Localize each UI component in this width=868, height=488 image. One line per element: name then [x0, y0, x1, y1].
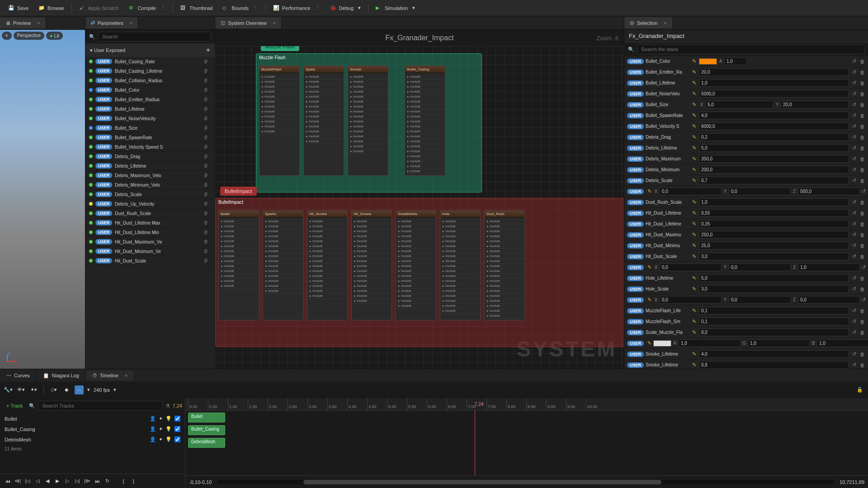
timeline-clip[interactable]: DebrisMesh — [188, 438, 225, 448]
value-input[interactable] — [699, 68, 849, 76]
reset-icon[interactable]: ↺ — [851, 275, 857, 281]
reset-icon[interactable]: ↺ — [851, 232, 857, 238]
value-input[interactable] — [699, 177, 849, 184]
add-parameter-button[interactable]: + — [206, 46, 210, 54]
apply-scratch-button[interactable]: 🖌Apply Scratch — [75, 3, 123, 13]
node-graph-canvas[interactable]: SYSTEM Muzzle Flash Muzzle Flash MuzzleF… — [215, 46, 624, 369]
step-fwd-frame-button[interactable]: |⧐ — [83, 477, 91, 485]
delete-icon[interactable]: 🗑 — [859, 135, 865, 140]
delete-icon[interactable]: 🗑 — [859, 91, 865, 97]
parameter-row[interactable]: USERHit_Dust_Lifetime Min0 — [85, 228, 215, 237]
parameter-row[interactable]: USERBullet_NoiseVelocity0 — [85, 114, 215, 123]
z-input[interactable] — [798, 296, 860, 304]
emitter-node[interactable]: Bullet▸ module▸ module▸ module▸ module▸ … — [218, 210, 259, 320]
reset-icon[interactable]: ↺ — [851, 351, 857, 357]
tool-eye-button[interactable]: 👁▾ — [16, 385, 25, 394]
value-input[interactable] — [699, 133, 849, 141]
bounds-button[interactable]: ◇Bounds⋮ — [218, 3, 262, 13]
viewport-3d[interactable]: ≡ Perspective ● Lit zx — [0, 30, 85, 369]
tool-fx-button[interactable]: ✦▾ — [29, 385, 38, 394]
parameter-row[interactable]: USERHit_Dust_Scale0 — [85, 256, 215, 266]
fps-label[interactable]: 240 fps — [94, 387, 110, 393]
y-input[interactable] — [729, 296, 791, 304]
snap-button[interactable]: ∩ — [75, 385, 84, 394]
spawn-icon[interactable]: 👤 — [150, 426, 156, 432]
enable-checkbox[interactable] — [175, 436, 180, 442]
edit-icon[interactable]: ✎ — [647, 188, 651, 194]
edit-icon[interactable]: ✎ — [647, 297, 651, 303]
axis-gizmo[interactable]: zx — [4, 352, 17, 365]
reset-icon[interactable]: ↺ — [851, 253, 857, 259]
step-back-frame-button[interactable]: ⧏| — [14, 477, 22, 485]
tab-timeline[interactable]: ⏱Timeline× — [86, 371, 135, 380]
thumbnail-button[interactable]: 🖼Thumbnail — [176, 3, 217, 13]
edit-icon[interactable]: ✎ — [691, 69, 697, 75]
emitter-node[interactable]: MuzzleFlash▸ module▸ module▸ module▸ mod… — [259, 66, 300, 176]
edit-icon[interactable]: ✎ — [691, 123, 697, 129]
value-input[interactable] — [699, 220, 849, 228]
parameter-row[interactable]: USERDebris_Drag0 — [85, 152, 215, 161]
tool-wrench-button[interactable]: 🔧▾ — [4, 385, 13, 394]
next-button[interactable]: ▷ — [63, 477, 71, 485]
parameter-row[interactable]: USERBullet_SpawnRate0 — [85, 133, 215, 142]
track-row[interactable]: Bullet_Casing👤✦💡 — [0, 424, 185, 434]
r-input[interactable] — [679, 339, 741, 347]
b-input[interactable] — [817, 339, 868, 347]
reset-icon[interactable]: ↺ — [851, 134, 857, 140]
track-row[interactable]: DebrisMesh👤✦💡 — [0, 434, 185, 445]
reset-icon[interactable]: ↺ — [851, 145, 857, 151]
reset-icon[interactable]: ↺ — [851, 58, 857, 64]
tab-niagara-log[interactable]: 📋Niagara Log — [37, 371, 86, 381]
parameter-row[interactable]: USERDebris_Scale0 — [85, 190, 215, 199]
reset-icon[interactable]: ↺ — [851, 102, 857, 108]
close-icon[interactable]: × — [37, 20, 40, 26]
delete-icon[interactable]: 🗑 — [859, 330, 865, 335]
edit-icon[interactable]: ✎ — [691, 145, 697, 151]
delete-icon[interactable]: 🗑 — [859, 232, 865, 238]
parameters-search-input[interactable] — [98, 32, 211, 42]
burst-icon[interactable]: ✦ — [159, 416, 163, 422]
chevron-down-icon[interactable]: ▾ — [87, 387, 90, 393]
visibility-icon[interactable]: 💡 — [165, 416, 172, 422]
section-user-exposed[interactable]: ▾ User Exposed + — [85, 43, 215, 57]
tab-system-overview[interactable]: ◫System Overview× — [215, 17, 282, 28]
visibility-icon[interactable]: 💡 — [165, 426, 172, 432]
performance-button[interactable]: 📊Performance⋮ — [269, 3, 325, 13]
edit-icon[interactable]: ✎ — [691, 167, 697, 173]
emitter-node[interactable]: Hole▸ module▸ module▸ module▸ module▸ mo… — [440, 210, 481, 320]
spawn-icon[interactable]: 👤 — [150, 436, 156, 442]
emitter-node[interactable]: Sparks▸ module▸ module▸ module▸ module▸ … — [263, 210, 303, 320]
play-button[interactable]: ▶ — [53, 477, 61, 485]
value-input[interactable] — [699, 274, 849, 282]
key-filled-button[interactable]: ◆ — [62, 385, 71, 394]
color-swatch[interactable] — [699, 58, 717, 65]
close-icon[interactable]: × — [664, 20, 666, 26]
emitter-node[interactable]: Hit_Smoke▸ module▸ module▸ module▸ modul… — [307, 210, 348, 320]
x-input[interactable] — [660, 263, 722, 271]
parameter-row[interactable]: USERBullet_Collision_Radius0 — [85, 76, 215, 85]
delete-icon[interactable]: 🗑 — [859, 200, 865, 205]
group-bullet-impact[interactable]: BulletImpact BulletImpact Bullet▸ module… — [215, 198, 624, 347]
loop-button[interactable]: ↻ — [103, 477, 111, 485]
parameter-row[interactable]: USERHit_Dust_Maximum_Ve0 — [85, 237, 215, 247]
compile-button[interactable]: ⚙Compile⋮ — [124, 3, 170, 13]
viewport-menu-button[interactable]: ≡ — [2, 32, 12, 40]
delete-icon[interactable]: 🗑 — [859, 319, 865, 324]
edit-icon[interactable]: ✎ — [691, 329, 697, 335]
tracks-search-input[interactable] — [38, 401, 162, 411]
visibility-icon[interactable]: 💡 — [165, 436, 172, 442]
value-input[interactable] — [699, 328, 849, 336]
edit-icon[interactable]: ✎ — [691, 362, 697, 368]
edit-icon[interactable]: ✎ — [691, 243, 697, 249]
timeline-area[interactable]: 0,000,501,001,502,002,503,003,504,004,50… — [185, 398, 868, 488]
value-input[interactable] — [699, 90, 849, 98]
edit-icon[interactable]: ✎ — [691, 210, 697, 216]
parameter-row[interactable]: USERHit_Dust_Lifetime Max0 — [85, 218, 215, 228]
reset-icon[interactable]: ↺ — [851, 210, 857, 216]
edit-icon[interactable]: ✎ — [691, 319, 697, 324]
burst-icon[interactable]: ✦ — [159, 436, 163, 442]
x-input[interactable] — [705, 101, 774, 108]
edit-icon[interactable]: ✎ — [691, 351, 697, 357]
lit-button[interactable]: ● Lit — [46, 32, 63, 40]
filter-icon[interactable]: ⚗ — [165, 403, 170, 409]
